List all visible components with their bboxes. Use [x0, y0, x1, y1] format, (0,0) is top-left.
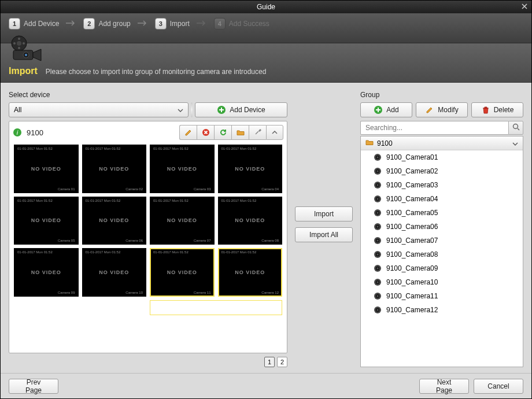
chevron-down-icon — [512, 139, 518, 147]
device-toolbar — [179, 125, 283, 140]
add-group-button[interactable]: Add — [360, 102, 412, 117]
device-filter-value: All — [14, 106, 21, 114]
no-video-label: NO VIDEO — [99, 166, 129, 172]
thumb-timestamp: 01-01-2017 Mon 01:52 — [153, 147, 189, 150]
svg-point-41 — [377, 268, 379, 269]
delete-button[interactable] — [197, 125, 214, 140]
thumb-timestamp: 01-01-2017 Mon 01:52 — [86, 147, 121, 150]
camera-icon — [374, 237, 382, 245]
camera-icon — [374, 167, 382, 175]
camera-thumbnail[interactable]: 01-01-2017 Mon 01:52NO VIDEOCamera 01 — [14, 145, 79, 193]
thumb-channel: Camera 09 — [58, 291, 75, 294]
folder-button[interactable] — [231, 125, 249, 140]
select-device-panel: Select device All Add Device i — [9, 91, 287, 367]
selection-marquee — [150, 300, 282, 315]
device-box: i 9100 01-01-2017 Mon 01:52NO VIDEOCamer… — [9, 121, 287, 353]
thumb-channel: Camera 03 — [194, 187, 211, 191]
thumb-timestamp: 01-01-2017 Mon 01:52 — [17, 147, 53, 150]
no-video-label: NO VIDEO — [31, 269, 61, 275]
camera-thumbnail[interactable]: 01-01-2017 Mon 01:52NO VIDEOCamera 08 — [218, 197, 283, 245]
search-input[interactable] — [360, 121, 508, 135]
camera-thumbnail[interactable]: 01-01-2017 Mon 01:52NO VIDEOCamera 05 — [14, 197, 79, 245]
camera-thumbnail[interactable]: 01-01-2017 Mon 01:52NO VIDEOCamera 03 — [150, 145, 215, 193]
import-all-label: Import All — [309, 231, 338, 239]
camera-thumbnail[interactable]: 01-01-2017 Mon 01:52NO VIDEOCamera 11 — [150, 248, 215, 297]
tree-item-label: 9100_Camera12 — [386, 306, 438, 314]
svg-point-4 — [18, 38, 20, 40]
refresh-button[interactable] — [214, 125, 231, 140]
camera-thumbnail[interactable]: 01-01-2017 Mon 01:52NO VIDEOCamera 09 — [14, 248, 79, 297]
device-filter-select[interactable]: All — [9, 102, 189, 117]
close-icon[interactable] — [520, 2, 529, 12]
step-import: 3 Import — [155, 18, 190, 29]
no-video-label: NO VIDEO — [235, 269, 265, 275]
modify-group-button[interactable]: Modify — [416, 102, 468, 117]
svg-point-14 — [513, 124, 518, 129]
tree-item[interactable]: 9100_Camera02 — [361, 164, 523, 178]
thumb-channel: Camera 10 — [125, 291, 143, 294]
wizard-steps: 1 Add Device 2 Add group 3 Import 4 Add … — [1, 13, 531, 43]
tree-item[interactable]: 9100_Camera09 — [361, 261, 523, 275]
tree-item[interactable]: 9100_Camera11 — [361, 289, 523, 303]
svg-point-44 — [377, 282, 379, 283]
camera-thumbnail[interactable]: 01-01-2017 Mon 01:52NO VIDEOCamera 02 — [82, 145, 147, 193]
tree-item[interactable]: 9100_Camera10 — [361, 275, 523, 289]
titlebar: Guide — [1, 1, 531, 13]
step-add-success: 4 Add Success — [214, 18, 269, 29]
camera-thumbnail[interactable]: 01-01-2017 Mon 01:52NO VIDEOCamera 04 — [218, 145, 283, 193]
tree-item[interactable]: 9100_Camera04 — [361, 192, 523, 206]
add-device-button[interactable]: Add Device — [195, 102, 287, 117]
tree-item-label: 9100_Camera01 — [386, 153, 438, 161]
camera-reel-icon — [9, 35, 43, 62]
camera-thumbnail[interactable]: 01-01-2017 Mon 01:52NO VIDEOCamera 12 — [218, 248, 283, 297]
thumb-channel: Camera 04 — [261, 187, 279, 191]
no-video-label: NO VIDEO — [167, 166, 197, 172]
import-label: Import — [314, 210, 334, 218]
search-button[interactable] — [508, 121, 523, 135]
plus-circle-icon — [217, 105, 226, 114]
svg-point-8 — [25, 54, 27, 56]
no-video-label: NO VIDEO — [235, 217, 265, 223]
no-video-label: NO VIDEO — [167, 269, 197, 275]
camera-icon — [374, 306, 382, 314]
settings-button[interactable] — [249, 125, 266, 140]
tree-item[interactable]: 9100_Camera01 — [361, 150, 523, 164]
prev-page-button[interactable]: Prev Page — [9, 379, 58, 394]
page-button[interactable]: 2 — [277, 357, 287, 367]
no-video-label: NO VIDEO — [31, 166, 61, 172]
tree-item-label: 9100_Camera08 — [386, 250, 438, 258]
camera-icon — [374, 250, 382, 258]
import-button[interactable]: Import — [295, 206, 353, 221]
step-label: Add Success — [229, 20, 269, 28]
tree-item[interactable]: 9100_Camera06 — [361, 220, 523, 234]
tree-item[interactable]: 9100_Camera08 — [361, 247, 523, 261]
collapse-button[interactable] — [266, 125, 283, 140]
thumb-timestamp: 01-01-2017 Mon 01:52 — [17, 199, 53, 202]
step-number: 3 — [155, 18, 167, 29]
thumb-channel: Camera 12 — [261, 291, 279, 294]
tree-item[interactable]: 9100_Camera07 — [361, 234, 523, 247]
camera-thumbnail[interactable]: 01-01-2017 Mon 01:52NO VIDEOCamera 10 — [82, 248, 147, 297]
import-all-button[interactable]: Import All — [295, 227, 353, 242]
delete-group-button[interactable]: Delete — [471, 102, 523, 117]
cancel-button[interactable]: Cancel — [474, 379, 523, 394]
footer: Prev Page Next Page Cancel — [1, 373, 531, 398]
thumb-timestamp: 01-01-2017 Mon 01:52 — [221, 250, 257, 254]
group-tree[interactable]: 9100 9100_Camera019100_Camera029100_Came… — [360, 136, 523, 367]
thumb-channel: Camera 06 — [125, 239, 143, 242]
tree-item[interactable]: 9100_Camera12 — [361, 303, 523, 317]
tree-item[interactable]: 9100_Camera03 — [361, 178, 523, 192]
divider — [191, 102, 193, 117]
camera-thumbnail[interactable]: 01-01-2017 Mon 01:52NO VIDEOCamera 07 — [150, 197, 215, 245]
next-page-button[interactable]: Next Page — [419, 379, 469, 394]
edit-button[interactable] — [179, 125, 197, 140]
page-button[interactable]: 1 — [264, 357, 275, 367]
thumb-channel: Camera 08 — [261, 239, 279, 242]
svg-point-50 — [377, 309, 379, 311]
camera-thumbnail[interactable]: 01-01-2017 Mon 01:52NO VIDEOCamera 06 — [82, 197, 147, 245]
group-tree-header[interactable]: 9100 — [361, 136, 523, 150]
tree-item[interactable]: 9100_Camera05 — [361, 206, 523, 220]
banner: Import Please choose to import into grou… — [1, 43, 531, 83]
step-number: 4 — [214, 18, 226, 29]
thumb-timestamp: 01-01-2017 Mon 01:52 — [221, 147, 257, 150]
